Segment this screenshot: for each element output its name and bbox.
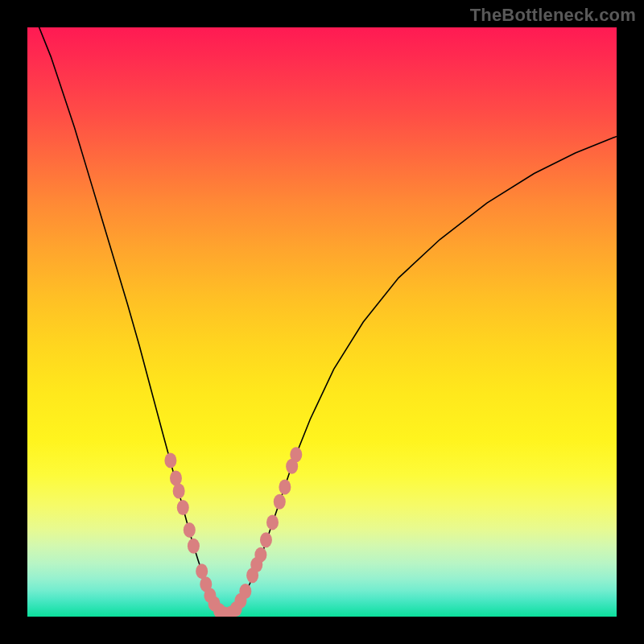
data-marker	[173, 484, 185, 499]
data-marker	[274, 494, 286, 510]
data-marker	[254, 547, 266, 563]
marker-group	[164, 447, 302, 617]
watermark-text: TheBottleneck.com	[470, 5, 636, 26]
data-marker	[279, 479, 291, 494]
plot-area	[27, 27, 617, 617]
data-marker	[177, 500, 189, 515]
left-branch-curve	[27, 27, 228, 617]
data-marker	[266, 514, 279, 530]
data-marker	[290, 447, 302, 462]
data-marker	[184, 522, 196, 538]
data-marker	[239, 584, 251, 599]
right-branch	[228, 136, 617, 617]
data-marker	[170, 470, 182, 485]
data-marker	[164, 453, 176, 469]
data-marker	[260, 532, 272, 547]
left-branch	[27, 27, 228, 617]
right-branch-curve	[228, 136, 617, 617]
curve-layer	[27, 27, 617, 617]
data-marker	[188, 539, 200, 554]
chart-frame: TheBottleneck.com	[0, 0, 644, 644]
